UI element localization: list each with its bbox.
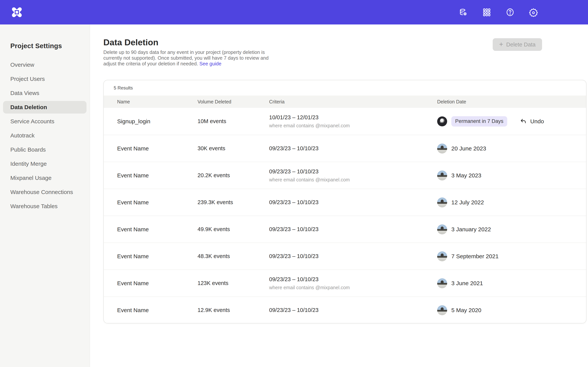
- logo-core-square: [16, 11, 18, 14]
- user-avatar: [437, 143, 447, 153]
- deletion-date-text: 3 June 2021: [451, 280, 483, 286]
- user-avatar: [437, 117, 447, 126]
- row-criteria: 09/23/23 – 10/10/23 where email contains…: [269, 276, 437, 290]
- top-navigation-bar: [0, 0, 588, 25]
- row-criteria: 09/23/23 – 10/10/23: [269, 226, 437, 233]
- data-management-icon[interactable]: [458, 8, 468, 17]
- row-volume-deleted: 30K events: [198, 145, 269, 151]
- row-volume-deleted: 123K events: [198, 280, 269, 286]
- row-volume-deleted: 12.9K events: [198, 307, 269, 313]
- settings-gear-icon[interactable]: [529, 8, 538, 17]
- sidebar-item-warehouse-connections[interactable]: Warehouse Connections: [0, 185, 90, 199]
- user-avatar: [437, 305, 447, 315]
- row-event-name: Event Name: [104, 226, 198, 233]
- row-event-name: Event Name: [104, 280, 198, 286]
- sidebar-item-mixpanel-usage[interactable]: Mixpanel Usage: [0, 171, 90, 185]
- row-volume-deleted: 49.9K events: [198, 226, 269, 233]
- row-event-name: Event Name: [104, 199, 198, 206]
- deletion-date-text: 3 May 2023: [451, 172, 481, 179]
- sidebar-item-service-accounts[interactable]: Service Accounts: [0, 114, 90, 128]
- deletion-date-text: 20 June 2023: [451, 145, 486, 152]
- user-avatar: [437, 170, 447, 180]
- delete-data-button[interactable]: + Delete Data: [493, 38, 542, 51]
- table-row: Event Name 239.3K events 09/23/23 – 10/1…: [104, 189, 586, 216]
- sidebar-item-data-deletion[interactable]: Data Deletion: [0, 100, 90, 114]
- deletion-table-body: Signup_login 10M events 10/01/23 – 12/01…: [104, 108, 586, 323]
- table-header-row: Name Volume Deleted Criteria Deletion Da…: [104, 96, 586, 108]
- row-criteria: 09/23/23 – 10/10/23: [269, 199, 437, 206]
- user-avatar: [437, 278, 447, 288]
- row-criteria-filter: where email contains @mixpanel.com: [269, 177, 437, 183]
- row-deletion-date: 20 June 2023: [437, 143, 586, 153]
- mixpanel-logo[interactable]: [12, 7, 22, 17]
- topbar-icon-group: [458, 0, 538, 25]
- delete-data-button-label: Delete Data: [506, 42, 536, 48]
- table-row: Signup_login 10M events 10/01/23 – 12/01…: [104, 108, 586, 135]
- row-criteria-range: 09/23/23 – 10/10/23: [269, 226, 437, 233]
- row-deletion-date: Permanent in 7 DaysUndo: [437, 116, 586, 126]
- sidebar-item-data-views[interactable]: Data Views: [0, 86, 90, 100]
- results-count: 5 Results: [104, 80, 586, 96]
- table-row: Event Name 48.3K events 09/23/23 – 10/10…: [104, 242, 586, 269]
- undo-icon: [519, 118, 527, 125]
- row-event-name: Signup_login: [104, 118, 198, 125]
- sidebar-item-active-pill: Data Deletion: [3, 101, 86, 114]
- row-event-name: Event Name: [104, 172, 198, 179]
- plus-icon: +: [499, 41, 503, 48]
- row-deletion-date: 3 January 2022: [437, 225, 586, 234]
- deletion-date-text: 7 September 2021: [451, 253, 499, 259]
- sidebar-title: Project Settings: [10, 42, 90, 50]
- table-row: Event Name 20.2K events 09/23/23 – 10/10…: [104, 162, 586, 189]
- apps-grid-icon[interactable]: [482, 8, 492, 17]
- row-volume-deleted: 20.2K events: [198, 172, 269, 179]
- row-criteria: 09/23/23 – 10/10/23: [269, 253, 437, 259]
- row-criteria: 09/23/23 – 10/10/23 where email contains…: [269, 168, 437, 183]
- row-criteria-filter: where email contains @mixpanel.com: [269, 123, 437, 128]
- deletion-date-text: 5 May 2020: [451, 307, 481, 314]
- row-criteria: 09/23/23 – 10/10/23: [269, 307, 437, 313]
- page-title: Data Deletion: [103, 37, 158, 47]
- row-criteria-range: 09/23/23 – 10/10/23: [269, 276, 437, 283]
- page-description: Delete up to 90 days data for any event …: [103, 49, 272, 67]
- deletion-date-text: 3 January 2022: [451, 226, 491, 233]
- row-volume-deleted: 10M events: [198, 118, 269, 125]
- row-volume-deleted: 239.3K events: [198, 199, 269, 206]
- user-avatar: [437, 225, 447, 234]
- row-volume-deleted: 48.3K events: [198, 253, 269, 259]
- row-deletion-date: 12 July 2022: [437, 197, 586, 207]
- see-guide-link[interactable]: See guide: [199, 61, 221, 66]
- row-criteria: 09/23/23 – 10/10/23: [269, 145, 437, 151]
- table-row: Event Name 123K events 09/23/23 – 10/10/…: [104, 269, 586, 296]
- help-icon[interactable]: [505, 8, 515, 17]
- column-header-volume: Volume Deleted: [198, 99, 269, 105]
- row-event-name: Event Name: [104, 253, 198, 259]
- row-criteria-range: 09/23/23 – 10/10/23: [269, 145, 437, 151]
- sidebar-item-identity-merge[interactable]: Identity Merge: [0, 157, 90, 171]
- row-criteria: 10/01/23 – 12/01/23 where email contains…: [269, 114, 437, 128]
- row-deletion-date: 7 September 2021: [437, 251, 586, 261]
- table-row: Event Name 12.9K events 09/23/23 – 10/10…: [104, 296, 586, 323]
- page-description-text: Delete up to 90 days data for any event …: [103, 50, 268, 66]
- main-content: Data Deletion Delete up to 90 days data …: [90, 25, 588, 367]
- table-row: Event Name 49.9K events 09/23/23 – 10/10…: [104, 216, 586, 242]
- row-event-name: Event Name: [104, 307, 198, 314]
- sidebar-nav: OverviewProject UsersData ViewsData Dele…: [0, 58, 90, 213]
- row-deletion-date: 3 May 2023: [437, 170, 586, 180]
- project-settings-sidebar: Project Settings OverviewProject UsersDa…: [0, 25, 90, 367]
- undo-button[interactable]: Undo: [519, 118, 544, 125]
- deletion-date-text: 12 July 2022: [451, 199, 484, 206]
- sidebar-item-project-users[interactable]: Project Users: [0, 72, 90, 86]
- deletion-results-card: 5 Results Name Volume Deleted Criteria D…: [103, 80, 587, 323]
- sidebar-item-warehouse-tables[interactable]: Warehouse Tables: [0, 199, 90, 213]
- row-criteria-range: 09/23/23 – 10/10/23: [269, 199, 437, 206]
- sidebar-item-public-boards[interactable]: Public Boards: [0, 142, 90, 157]
- user-avatar: [437, 197, 447, 207]
- row-deletion-date: 3 June 2021: [437, 278, 586, 288]
- sidebar-item-overview[interactable]: Overview: [0, 58, 90, 72]
- row-criteria-range: 09/23/23 – 10/10/23: [269, 168, 437, 175]
- column-header-deletion-date: Deletion Date: [437, 99, 586, 105]
- column-header-criteria: Criteria: [269, 99, 437, 105]
- row-criteria-range: 09/23/23 – 10/10/23: [269, 253, 437, 259]
- sidebar-item-autotrack[interactable]: Autotrack: [0, 128, 90, 142]
- row-event-name: Event Name: [104, 145, 198, 152]
